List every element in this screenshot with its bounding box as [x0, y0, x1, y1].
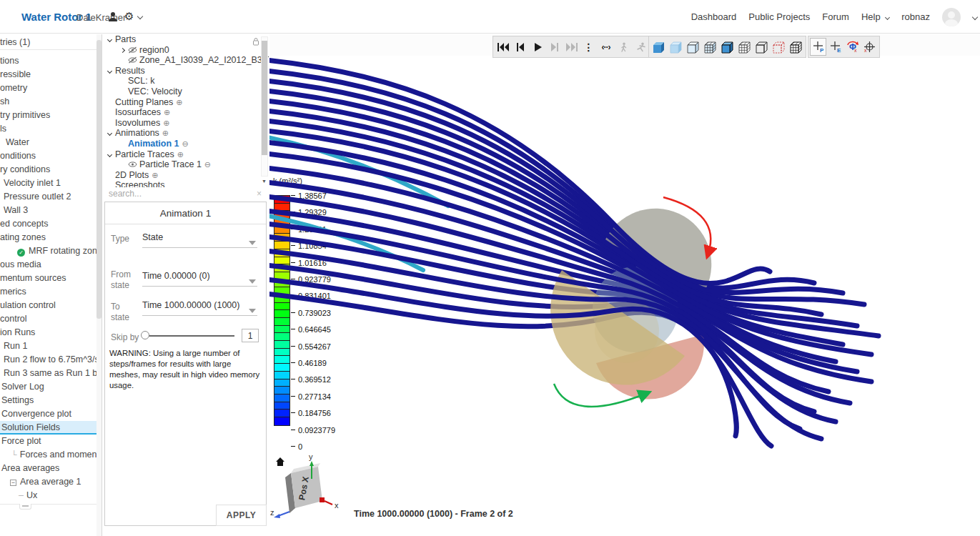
tree-item-animations[interactable]: Animations⊕ [103, 128, 269, 139]
view-hidden-mesh-button[interactable] [788, 38, 804, 56]
sidebar-item-mentum-sources[interactable]: mentum sources [0, 272, 102, 285]
sidebar-item-force-plot[interactable]: Force plot [0, 435, 102, 448]
sidebar-collapse-handle[interactable] [19, 504, 31, 510]
sidebar-item-run-3-same-as-run-1-but-r-[interactable]: Run 3 same as Run 1 but r... [0, 367, 102, 380]
account-chevron-down-icon[interactable] [972, 14, 978, 19]
sidebar-item-mrf-rotating-zone-1[interactable]: ✓MRF rotating zone 1 [0, 244, 102, 258]
sidebar-item-tions[interactable]: tions [0, 54, 102, 68]
avatar[interactable] [942, 8, 961, 26]
tree-item-results[interactable]: Results [103, 66, 269, 76]
tree-item-parts[interactable]: Parts [103, 34, 269, 45]
tree-scroll-down-button[interactable]: ▼ [261, 178, 267, 185]
type-select[interactable]: State [142, 232, 257, 248]
search-input[interactable]: search... [109, 189, 142, 199]
eye-off-icon[interactable] [128, 46, 137, 56]
sidebar-item-ous-media[interactable]: ous media [0, 258, 102, 272]
username-label[interactable]: robnaz [901, 11, 930, 22]
add-icon[interactable]: ⊕ [163, 119, 169, 127]
view-solid-edges-button[interactable] [719, 38, 736, 56]
add-icon[interactable]: ⊕ [162, 129, 169, 137]
viewport-3d[interactable]: k (m²/s²) 1.385671.293291.200911.108541.… [269, 34, 980, 536]
view-surface-button[interactable] [685, 38, 701, 56]
probe-point-button[interactable]: P [810, 38, 826, 56]
step-back-button[interactable] [512, 38, 528, 56]
collapse-box-icon[interactable]: − [10, 480, 16, 486]
sidebar-item-try-primitives[interactable]: try primitives [0, 109, 102, 122]
tree-item-2d-plots[interactable]: 2D Plots⊕ [103, 170, 269, 181]
sidebar-item-pressure-outlet-2[interactable]: Pressure outlet 2 [0, 190, 102, 204]
lock-icon[interactable] [252, 36, 259, 49]
home-icon[interactable] [276, 457, 284, 466]
sidebar-item-ed-concepts[interactable]: ed concepts [0, 217, 102, 231]
sidebar-item-ux[interactable]: –Ux [0, 489, 102, 502]
sidebar-item-settings[interactable]: Settings [0, 394, 102, 407]
view-shaded-button[interactable] [668, 38, 684, 56]
chevron-down-icon[interactable] [107, 152, 112, 157]
sidebar-item-sh[interactable]: sh [0, 95, 102, 109]
sidebar-item-ating-zones[interactable]: ating zones [0, 231, 102, 244]
tree-item-isovolumes[interactable]: Isovolumes⊕ [103, 118, 269, 129]
sidebar-item-convergence-plot[interactable]: Convergence plot [0, 407, 102, 421]
sidebar-item-onditions[interactable]: onditions [0, 149, 102, 163]
sidebar-item-wall-3[interactable]: Wall 3 [0, 204, 102, 217]
to-state-select[interactable]: Time 1000.00000 (1000) [142, 300, 257, 316]
sidebar-item-area-averages[interactable]: Area averages [0, 462, 102, 475]
add-icon[interactable]: ⊕ [164, 108, 170, 116]
probe-element-button[interactable]: E [827, 38, 843, 56]
sidebar-item-ometry[interactable]: ometry [0, 81, 102, 95]
apply-button[interactable]: APPLY [216, 505, 267, 526]
chevron-down-icon[interactable] [107, 37, 112, 42]
sidebar-item-tries-1-[interactable]: tries (1) [0, 34, 102, 50]
tree-item-cutting-planes[interactable]: Cutting Planes⊕ [103, 97, 269, 108]
topnav-item-dashboard[interactable]: Dashboard [691, 11, 737, 22]
sidebar-item-velocity-inlet-1[interactable]: Velocity inlet 1 [0, 177, 102, 190]
tree-item-region0[interactable]: region0 [103, 45, 269, 56]
add-icon[interactable]: ⊕ [152, 171, 158, 179]
sidebar-item-control[interactable]: control [0, 312, 102, 326]
sidebar-item-ressible[interactable]: ressible [0, 68, 102, 81]
user-icon[interactable] [107, 11, 119, 25]
sidebar-scrollbar[interactable] [96, 34, 102, 536]
chevron-down-icon[interactable] [107, 131, 112, 136]
play-button[interactable] [529, 38, 545, 56]
eye-icon[interactable] [128, 160, 137, 170]
view-solid-button[interactable] [650, 38, 667, 56]
tree-scrollbar-thumb[interactable] [262, 41, 267, 155]
tree-item-zone-a1-i3039-a2-i2012-b3-te23[interactable]: Zone_A1_I3039_A2_I2012_B3_TE23 [103, 55, 269, 66]
view-surface-mesh-button[interactable] [702, 38, 718, 56]
remove-icon[interactable]: ⊖ [182, 139, 189, 148]
chevron-down-icon[interactable] [107, 69, 112, 74]
tree-item-vec-velocity[interactable]: VEC: Velocity [103, 86, 269, 97]
view-points-button[interactable] [771, 38, 787, 56]
tree-item-scl-k[interactable]: SCL: k [103, 76, 269, 86]
sidebar-item-ion-runs[interactable]: ion Runs [0, 326, 102, 339]
view-wireframe-button[interactable] [753, 38, 770, 56]
sidebar-item-ry-conditions[interactable]: ry conditions [0, 163, 102, 177]
sidebar-item-forces-and-moments-1[interactable]: └Forces and moments 1 [0, 448, 102, 462]
gear-chevron-down-icon[interactable] [137, 14, 143, 19]
tree-item-particle-traces[interactable]: Particle Traces⊕ [103, 149, 269, 160]
tree-item-screenshots[interactable]: Screenshots [103, 180, 269, 187]
remove-icon[interactable]: ⊖ [204, 160, 211, 169]
skip-to-first-button[interactable] [495, 38, 511, 56]
more-options-button[interactable]: ⋮ [580, 38, 597, 56]
help-menu[interactable]: Help [861, 11, 889, 22]
sidebar-item-ulation-control[interactable]: ulation control [0, 299, 102, 312]
orientation-cube[interactable]: Pos X y z x [269, 452, 348, 531]
sidebar-item-merics[interactable]: merics [0, 285, 102, 299]
skip-by-value-input[interactable]: 1 [242, 329, 259, 342]
tree-item-isosurfaces[interactable]: Isosurfaces⊕ [103, 107, 269, 118]
sidebar-item-area-average-1[interactable]: −Area average 1 [0, 475, 102, 489]
topnav-item-public-projects[interactable]: Public Projects [748, 11, 810, 22]
sidebar-item-solution-fields[interactable]: Solution Fields [0, 421, 102, 435]
sidebar-item-solver-log[interactable]: Solver Log [0, 380, 102, 394]
tree-item-animation-1[interactable]: Animation 1⊖ [103, 139, 269, 149]
skip-by-slider-track[interactable] [144, 335, 234, 337]
frame-range-button[interactable]: ‹··› [598, 38, 614, 56]
chevron-right-icon[interactable] [120, 48, 125, 53]
tree-item-particle-trace-1[interactable]: Particle Trace 1⊖ [103, 159, 269, 170]
gear-icon[interactable]: ⚙ [124, 10, 134, 23]
view-mesh-button[interactable] [736, 38, 753, 56]
sidebar-item-ls[interactable]: ls [0, 122, 102, 136]
sidebar-item-water[interactable]: Water [0, 136, 102, 149]
